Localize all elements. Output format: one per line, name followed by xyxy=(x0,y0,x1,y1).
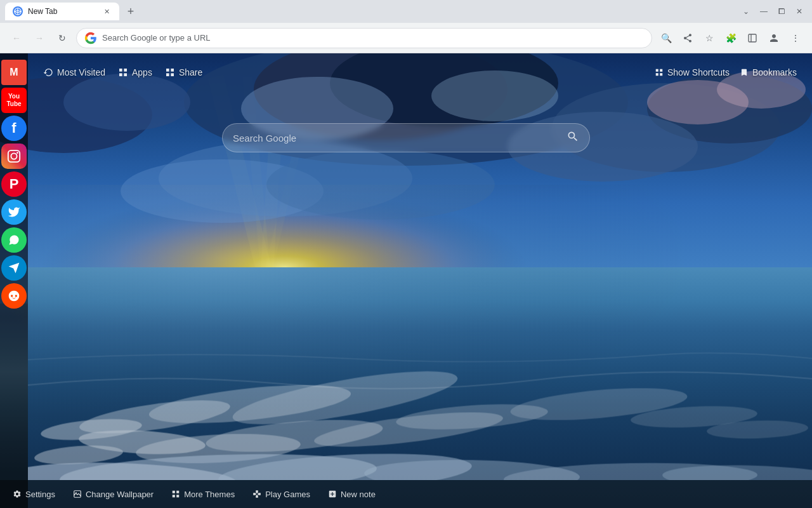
tab-title: New Tab xyxy=(28,7,96,16)
search-input[interactable] xyxy=(233,133,560,144)
svg-rect-61 xyxy=(660,69,662,72)
svg-rect-55 xyxy=(124,73,127,76)
sidebar-item-youtube[interactable]: YouTube xyxy=(1,88,27,113)
bookmarks-button[interactable]: Bookmarks xyxy=(740,67,797,77)
new-tab-page: M YouTube f P xyxy=(0,53,812,508)
sidebar-item-gmail[interactable]: M xyxy=(1,60,27,85)
profile-button[interactable] xyxy=(765,29,783,47)
bookmark-button[interactable]: ☆ xyxy=(700,29,718,47)
omnibox-text: Search Google or type a URL xyxy=(102,33,644,43)
active-tab[interactable]: New Tab ✕ xyxy=(5,3,119,20)
svg-rect-68 xyxy=(173,495,175,497)
show-shortcuts-button[interactable]: Show Shortcuts xyxy=(655,67,730,77)
play-games-button[interactable]: Play Games xyxy=(252,490,310,499)
svg-rect-60 xyxy=(656,69,658,72)
reload-button[interactable]: ↻ xyxy=(53,29,71,47)
play-games-label: Play Games xyxy=(265,490,310,499)
sidebar-item-facebook[interactable]: f xyxy=(1,116,27,141)
svg-rect-53 xyxy=(124,69,127,72)
back-button[interactable]: ← xyxy=(8,29,25,47)
svg-rect-66 xyxy=(173,491,175,493)
svg-point-50 xyxy=(15,295,17,297)
sidebar-item-pinterest[interactable]: P xyxy=(1,171,27,197)
svg-rect-69 xyxy=(176,495,179,497)
sidebar-toggle-button[interactable] xyxy=(743,29,761,47)
extensions-button[interactable]: 🧩 xyxy=(722,29,740,47)
toolbar-buttons: 🔍 ☆ 🧩 ⋮ xyxy=(657,29,804,47)
search-toolbar-button[interactable]: 🔍 xyxy=(657,29,675,47)
sidebar-item-instagram[interactable] xyxy=(1,144,27,169)
sidebar-item-whatsapp[interactable] xyxy=(1,227,27,253)
show-shortcuts-label: Show Shortcuts xyxy=(667,67,730,77)
google-search-bar[interactable] xyxy=(222,123,590,152)
change-wallpaper-label: Change Wallpaper xyxy=(86,490,154,499)
top-bar-left: Most Visited Apps Share xyxy=(43,67,202,77)
change-wallpaper-button[interactable]: Change Wallpaper xyxy=(73,490,154,499)
svg-rect-62 xyxy=(656,73,658,76)
top-bar-right: Show Shortcuts Bookmarks xyxy=(639,53,812,91)
svg-rect-56 xyxy=(166,69,169,72)
svg-rect-59 xyxy=(171,73,174,76)
maximize-button[interactable]: ⧠ xyxy=(774,4,789,19)
svg-rect-57 xyxy=(171,69,174,72)
svg-rect-63 xyxy=(660,73,662,76)
bottom-bar: Settings Change Wallpaper More Themes Pl… xyxy=(0,480,812,508)
share-toolbar-button[interactable] xyxy=(679,29,697,47)
bookmarks-label: Bookmarks xyxy=(752,67,797,77)
minimize-button[interactable]: — xyxy=(756,4,771,19)
search-submit-button[interactable] xyxy=(566,130,579,146)
menu-button[interactable]: ⋮ xyxy=(787,29,804,47)
svg-rect-67 xyxy=(176,491,179,493)
share-label: Share xyxy=(179,67,202,77)
new-note-label: New note xyxy=(341,490,376,499)
new-tab-button[interactable]: + xyxy=(122,3,140,20)
sidebar-item-telegram[interactable] xyxy=(1,255,27,281)
svg-rect-58 xyxy=(166,73,169,76)
settings-label: Settings xyxy=(25,490,55,499)
more-themes-label: More Themes xyxy=(184,490,235,499)
more-themes-button[interactable]: More Themes xyxy=(171,490,235,499)
svg-point-51 xyxy=(13,291,15,293)
left-sidebar: M YouTube f P xyxy=(0,53,28,508)
svg-rect-52 xyxy=(119,69,122,72)
svg-point-49 xyxy=(11,295,13,297)
svg-rect-2 xyxy=(749,34,756,42)
sidebar-item-twitter[interactable] xyxy=(1,199,27,225)
window-controls: ⌄ — ⧠ ✕ xyxy=(738,4,807,19)
tab-favicon xyxy=(13,6,23,17)
svg-point-47 xyxy=(16,152,18,154)
settings-button[interactable]: Settings xyxy=(13,490,55,499)
svg-rect-54 xyxy=(119,73,122,76)
apps-label: Apps xyxy=(132,67,152,77)
sidebar-item-reddit[interactable] xyxy=(1,283,27,309)
svg-point-46 xyxy=(11,153,16,159)
tab-close-button[interactable]: ✕ xyxy=(102,6,112,17)
new-note-button[interactable]: New note xyxy=(328,490,376,499)
omnibox[interactable]: Search Google or type a URL xyxy=(76,28,652,48)
tab-list-button[interactable]: ⌄ xyxy=(738,4,754,19)
close-button[interactable]: ✕ xyxy=(792,4,807,19)
share-button[interactable]: Share xyxy=(165,67,202,77)
search-center xyxy=(222,123,590,152)
address-bar: ← → ↻ Search Google or type a URL 🔍 ☆ 🧩 xyxy=(0,23,812,53)
most-visited-label: Most Visited xyxy=(57,67,105,77)
apps-button[interactable]: Apps xyxy=(118,67,152,77)
tab-bar: New Tab ✕ + ⌄ — ⧠ ✕ xyxy=(0,0,812,23)
forward-button[interactable]: → xyxy=(30,29,48,47)
most-visited-button[interactable]: Most Visited xyxy=(43,67,105,77)
